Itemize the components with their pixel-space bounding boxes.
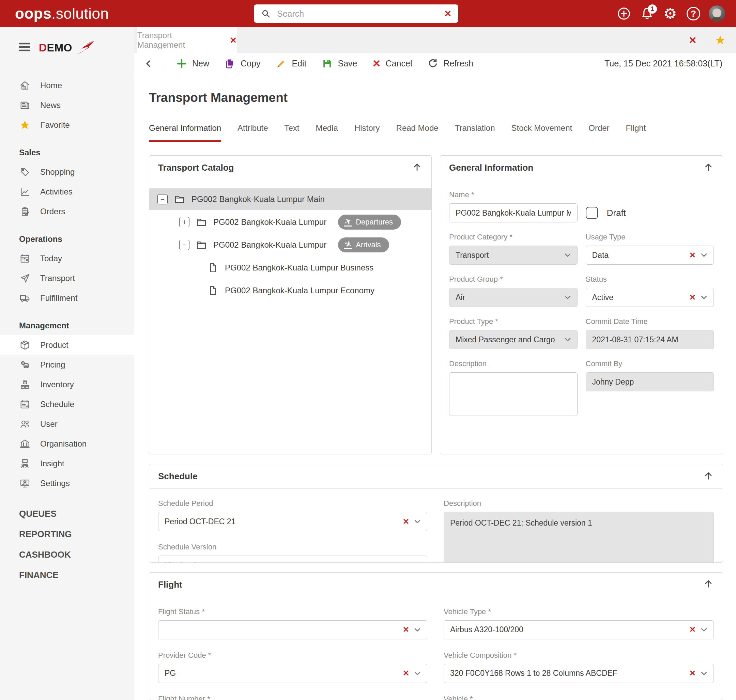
sidebar-item-organisation[interactable]: Organisation <box>0 434 134 454</box>
collapse-node-icon[interactable]: − <box>158 194 168 204</box>
tab-translation[interactable]: Translation <box>455 123 495 142</box>
arrow-up-icon <box>412 162 422 173</box>
collapse-panel-button[interactable] <box>703 578 714 591</box>
product-category-select[interactable]: Transport <box>449 246 577 265</box>
sidebar-item-orders[interactable]: Orders <box>0 201 134 221</box>
refresh-button[interactable]: Refresh <box>427 58 473 69</box>
clear-icon[interactable]: ✕ <box>689 251 696 260</box>
status-select[interactable]: Active ✕ <box>586 288 714 307</box>
provider-code-select[interactable]: PG ✕ <box>158 664 427 683</box>
cancel-button[interactable]: ✕ Cancel <box>372 57 412 69</box>
boxes-icon <box>19 379 31 390</box>
tree-node-arrivals[interactable]: − PG002 Bangkok-Kuala Lumpur ✈ Arrivals <box>149 234 431 256</box>
edit-button[interactable]: Edit <box>275 58 306 69</box>
expand-node-icon[interactable]: + <box>179 217 190 227</box>
plane-landing-icon: ✈ <box>344 241 352 249</box>
sidebar-item-fulfillment[interactable]: Fulfillment <box>0 288 134 308</box>
sidebar-group-finance[interactable]: FINANCE <box>0 565 134 585</box>
sidebar-item-user[interactable]: User <box>0 414 134 434</box>
tab-flight[interactable]: Flight <box>626 123 646 142</box>
sidebar-item-insight[interactable]: Insight <box>0 454 134 474</box>
sidebar-item-transport[interactable]: Transport <box>0 268 134 288</box>
sidebar-item-schedule[interactable]: Schedule <box>0 394 134 414</box>
tab-read-mode[interactable]: Read Mode <box>396 123 439 142</box>
product-type-value: Mixed Passenger and Cargo <box>456 335 563 344</box>
collapse-panel-button[interactable] <box>412 162 422 174</box>
tab-close-icon[interactable]: ✕ <box>230 35 237 45</box>
clear-icon[interactable]: ✕ <box>689 625 696 634</box>
usage-type-select[interactable]: Data ✕ <box>586 246 714 265</box>
sidebar-item-pricing[interactable]: Pricing <box>0 355 134 375</box>
sidebar-group-queues[interactable]: QUEUES <box>0 503 134 524</box>
name-field[interactable] <box>449 203 577 222</box>
search-input[interactable] <box>277 9 438 19</box>
sidebar-group-cashbook[interactable]: CASHBOOK <box>0 544 134 565</box>
sidebar-item-product[interactable]: Product <box>0 335 134 355</box>
flight-status-select[interactable]: ✕ <box>158 620 427 640</box>
hamburger-menu-icon[interactable] <box>18 40 31 55</box>
notifications-button[interactable]: 1 <box>639 6 655 22</box>
clear-icon[interactable]: ✕ <box>689 669 696 678</box>
collapse-node-icon[interactable]: − <box>179 240 190 250</box>
tree-node-departures[interactable]: + PG002 Bangkok-Kuala Lumpur ✈ Departure… <box>149 211 431 233</box>
tree-node-main[interactable]: − PG002 Bangkok-Kuala Lumpur Main <box>149 188 431 210</box>
schedule-version-select[interactable]: Version 1 ✕ <box>158 556 427 563</box>
product-type-select[interactable]: Mixed Passenger and Cargo <box>449 330 577 349</box>
clear-icon[interactable]: ✕ <box>403 669 409 678</box>
sidebar-item-news[interactable]: News <box>0 96 134 115</box>
sidebar-item-home[interactable]: Home <box>0 76 134 96</box>
sidebar: DEMO Home News Favorite Sales <box>0 27 134 700</box>
app-logo[interactable]: oops.solution <box>15 5 109 22</box>
sidebar-item-inventory[interactable]: Inventory <box>0 375 134 394</box>
clear-icon[interactable]: ✕ <box>403 625 409 634</box>
tree-node-economy[interactable]: PG002 Bangkok-Kuala Lumpur Economy <box>149 279 431 301</box>
local-time: Tue, 15 Dec 2021 16:58:03(LT) <box>605 59 722 68</box>
clear-icon[interactable]: ✕ <box>403 561 409 563</box>
sidebar-item-settings[interactable]: Settings <box>0 474 134 493</box>
schedule-period-select[interactable]: Period OCT-DEC 21 ✕ <box>158 512 427 531</box>
sidebar-item-activities[interactable]: Activities <box>0 182 134 201</box>
document-tab-transport-management[interactable]: Transport Management ✕ <box>137 27 237 53</box>
tab-history[interactable]: History <box>354 123 380 142</box>
workspace: Transport Management General Information… <box>134 74 736 700</box>
arrow-up-icon <box>703 578 714 589</box>
search-clear-icon[interactable]: ✕ <box>444 9 452 19</box>
product-group-select[interactable]: Air <box>449 288 577 307</box>
tab-text[interactable]: Text <box>284 123 299 142</box>
settings-button[interactable]: ⚙ <box>662 6 678 22</box>
save-button[interactable]: Save <box>321 58 357 69</box>
sidebar-item-favorite[interactable]: Favorite <box>0 115 134 135</box>
sidebar-item-today[interactable]: Today <box>0 249 134 268</box>
tree-node-business[interactable]: PG002 Bangkok-Kuala Lumpur Business <box>149 257 431 279</box>
draft-checkbox[interactable] <box>586 207 598 219</box>
help-button[interactable]: ? <box>686 6 701 22</box>
collapse-panel-button[interactable] <box>703 471 714 483</box>
folder-icon <box>196 216 207 228</box>
collapse-panel-button[interactable] <box>703 162 714 174</box>
copy-button[interactable]: Copy <box>224 58 261 69</box>
add-button[interactable] <box>616 6 632 22</box>
tab-stock-movement[interactable]: Stock Movement <box>511 123 572 142</box>
tab-order[interactable]: Order <box>589 123 609 142</box>
tab-general-information[interactable]: General Information <box>149 123 221 142</box>
description-field[interactable] <box>449 372 577 416</box>
vehicle-type-label: Vehicle Type * <box>444 607 714 616</box>
sidebar-group-reporting[interactable]: REPORTING <box>0 524 134 544</box>
chevron-down-icon <box>699 669 709 678</box>
global-search[interactable]: ✕ <box>254 4 458 23</box>
clear-icon[interactable]: ✕ <box>403 517 409 526</box>
vehicle-type-select[interactable]: Airbus A320-100/200 ✕ <box>444 620 714 640</box>
tab-attribute[interactable]: Attribute <box>237 123 268 142</box>
tab-media[interactable]: Media <box>316 123 338 142</box>
commit-date-time-label: Commit Date Time <box>586 317 714 326</box>
new-button[interactable]: New <box>176 58 209 69</box>
app-logo-rest: .solution <box>52 5 109 22</box>
sidebar-item-shopping[interactable]: Shopping <box>0 162 134 182</box>
user-avatar[interactable] <box>709 6 725 22</box>
save-label: Save <box>338 59 357 68</box>
vehicle-composition-select[interactable]: 320 F0C0Y168 Rows 1 to 28 Columns ABCDEF… <box>444 664 714 683</box>
clear-icon[interactable]: ✕ <box>689 293 696 302</box>
favorite-star-icon[interactable]: ★ <box>715 33 726 47</box>
close-all-icon[interactable]: ✕ <box>689 35 696 46</box>
back-button[interactable] <box>143 59 154 69</box>
